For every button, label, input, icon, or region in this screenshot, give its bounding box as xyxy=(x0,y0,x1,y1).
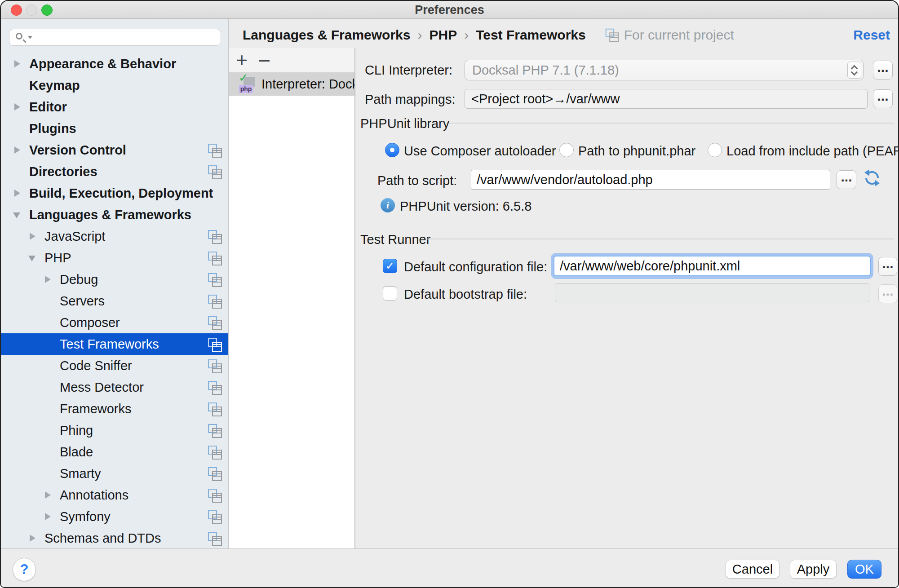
path-to-script-input[interactable] xyxy=(471,170,830,190)
sidebar-item-label: Plugins xyxy=(29,121,221,136)
reset-button[interactable]: Reset xyxy=(853,27,890,43)
sidebar-item-javascript[interactable]: JavaScript xyxy=(1,225,229,247)
tree-arrow-spacer xyxy=(43,383,52,392)
sidebar-item-appearance-behavior[interactable]: Appearance & Behavior xyxy=(1,53,229,75)
help-button[interactable]: ? xyxy=(13,558,36,581)
settings-search-input[interactable] xyxy=(9,29,221,46)
chevron-right-icon[interactable] xyxy=(28,232,37,241)
cli-interpreter-value: Docksal PHP 7.1 (7.1.18) xyxy=(472,63,863,78)
sidebar-item-blade[interactable]: Blade xyxy=(1,441,229,463)
add-interpreter-button[interactable]: + xyxy=(232,48,252,72)
interpreter-list-item[interactable]: ✓ php Interpreter: Dock xyxy=(229,72,354,96)
tree-arrow-spacer xyxy=(43,426,52,435)
tree-arrow-spacer xyxy=(43,404,52,413)
sidebar-item-label: Phing xyxy=(60,423,208,438)
sidebar-item-label: Annotations xyxy=(60,488,208,503)
project-settings-icon xyxy=(208,273,221,287)
chevron-right-icon[interactable] xyxy=(43,275,52,284)
radio-load-from-include-path[interactable] xyxy=(708,143,722,157)
sidebar-item-symfony[interactable]: Symfony xyxy=(1,506,229,527)
default-configuration-file-browse-button[interactable]: ... xyxy=(878,257,897,276)
chevron-right-icon[interactable] xyxy=(28,534,37,543)
php-badge: php xyxy=(239,85,253,93)
sidebar-item-smarty[interactable]: Smarty xyxy=(1,463,229,484)
default-configuration-file-checkbox[interactable]: ✓ xyxy=(383,259,397,273)
sidebar-item-label: Composer xyxy=(60,315,208,330)
phpunit-version-text: PHPUnit version: 6.5.8 xyxy=(400,199,531,214)
sidebar-item-schemas-and-dtds[interactable]: Schemas and DTDs xyxy=(1,527,229,548)
radio-use-composer-autoloader-label[interactable]: Use Composer autoloader xyxy=(404,143,556,159)
sidebar-item-label: Symfony xyxy=(60,509,208,524)
project-settings-icon xyxy=(208,251,221,265)
sidebar-item-build-execution-deployment[interactable]: Build, Execution, Deployment xyxy=(1,182,229,204)
tree-arrow-spacer xyxy=(43,318,52,327)
sidebar-item-frameworks[interactable]: Frameworks xyxy=(1,398,229,420)
sidebar-item-label: Version Control xyxy=(29,143,208,158)
sidebar-item-phing[interactable]: Phing xyxy=(1,420,229,441)
sidebar-item-annotations[interactable]: Annotations xyxy=(1,484,229,506)
default-bootstrap-file-checkbox[interactable] xyxy=(383,286,397,301)
cli-interpreter-browse-button[interactable]: ... xyxy=(873,61,893,80)
breadcrumb-separator: › xyxy=(464,27,469,43)
sidebar-item-servers[interactable]: Servers xyxy=(1,290,229,312)
chevron-right-icon[interactable] xyxy=(13,102,22,111)
radio-path-to-phpunit-phar-label[interactable]: Path to phpunit.phar xyxy=(578,143,695,159)
titlebar: Preferences xyxy=(1,1,898,19)
chevron-right-icon[interactable] xyxy=(43,491,52,500)
sidebar-item-mess-detector[interactable]: Mess Detector xyxy=(1,376,229,398)
tree-arrow-spacer xyxy=(43,447,52,456)
test-runner-section-title: Test Runner xyxy=(360,232,430,247)
search-icon xyxy=(16,33,22,40)
sidebar-item-php[interactable]: PHP xyxy=(1,247,229,269)
breadcrumb-item-test-frameworks[interactable]: Test Frameworks xyxy=(476,27,586,43)
path-to-script-browse-button[interactable]: ... xyxy=(837,170,856,189)
project-settings-icon xyxy=(208,230,221,243)
default-configuration-file-input[interactable] xyxy=(554,256,871,276)
radio-use-composer-autoloader[interactable] xyxy=(385,143,399,157)
sidebar-item-label: Keymap xyxy=(29,78,221,93)
sidebar-item-debug[interactable]: Debug xyxy=(1,269,229,290)
chevron-right-icon[interactable] xyxy=(43,512,52,521)
default-bootstrap-file-browse-button: ... xyxy=(878,284,897,303)
path-mappings-browse-button[interactable]: ... xyxy=(873,89,893,108)
default-configuration-file-label[interactable]: Default configuration file: xyxy=(404,259,547,274)
search-options-chevron-icon[interactable] xyxy=(28,36,32,39)
settings-form: CLI Interpreter: Docksal PHP 7.1 (7.1.18… xyxy=(356,48,899,548)
scope-indicator: For current project xyxy=(605,27,734,43)
sidebar-item-label: Code Sniffer xyxy=(60,358,208,373)
chevron-down-icon[interactable] xyxy=(28,253,37,262)
ok-button[interactable]: OK xyxy=(847,560,881,579)
default-bootstrap-file-label[interactable]: Default bootstrap file: xyxy=(404,287,527,302)
chevron-right-icon[interactable] xyxy=(13,146,22,155)
sidebar-item-test-frameworks[interactable]: Test Frameworks xyxy=(1,333,229,355)
sidebar-item-keymap[interactable]: Keymap xyxy=(1,75,229,96)
sidebar-item-plugins[interactable]: Plugins xyxy=(1,118,229,139)
breadcrumb-item-php[interactable]: PHP xyxy=(429,27,457,43)
chevron-right-icon[interactable] xyxy=(13,189,22,198)
sidebar-item-code-sniffer[interactable]: Code Sniffer xyxy=(1,355,229,376)
sidebar-item-label: PHP xyxy=(44,251,208,265)
sidebar-item-label: Test Frameworks xyxy=(60,337,208,352)
cli-interpreter-select[interactable]: Docksal PHP 7.1 (7.1.18) xyxy=(465,60,864,80)
sidebar-item-directories[interactable]: Directories xyxy=(1,161,229,182)
breadcrumb-item-languages-frameworks[interactable]: Languages & Frameworks xyxy=(243,27,410,43)
php-interpreter-icon: ✓ php xyxy=(239,75,256,93)
refresh-icon[interactable] xyxy=(863,168,881,187)
sidebar-item-editor[interactable]: Editor xyxy=(1,96,229,118)
radio-path-to-phpunit-phar[interactable] xyxy=(559,143,574,157)
chevron-down-icon[interactable] xyxy=(13,210,22,219)
chevron-right-icon[interactable] xyxy=(13,59,22,68)
sidebar-item-label: JavaScript xyxy=(44,229,208,244)
sidebar-tree: Appearance & BehaviorKeymapEditorPlugins… xyxy=(1,53,229,548)
path-to-script-label: Path to script: xyxy=(377,173,457,188)
remove-interpreter-button[interactable]: − xyxy=(254,48,274,72)
apply-button[interactable]: Apply xyxy=(790,560,837,579)
cancel-button[interactable]: Cancel xyxy=(726,560,779,579)
sidebar-item-languages-frameworks[interactable]: Languages & Frameworks xyxy=(1,204,229,225)
project-settings-icon xyxy=(208,143,221,157)
sidebar-item-version-control[interactable]: Version Control xyxy=(1,139,229,161)
path-mappings-field[interactable]: <Project root>→/var/www xyxy=(465,89,868,109)
radio-load-from-include-path-label[interactable]: Load from include path (PEAR) xyxy=(726,143,899,159)
sidebar-item-composer[interactable]: Composer xyxy=(1,312,229,333)
combo-stepper-icon[interactable] xyxy=(847,62,861,79)
